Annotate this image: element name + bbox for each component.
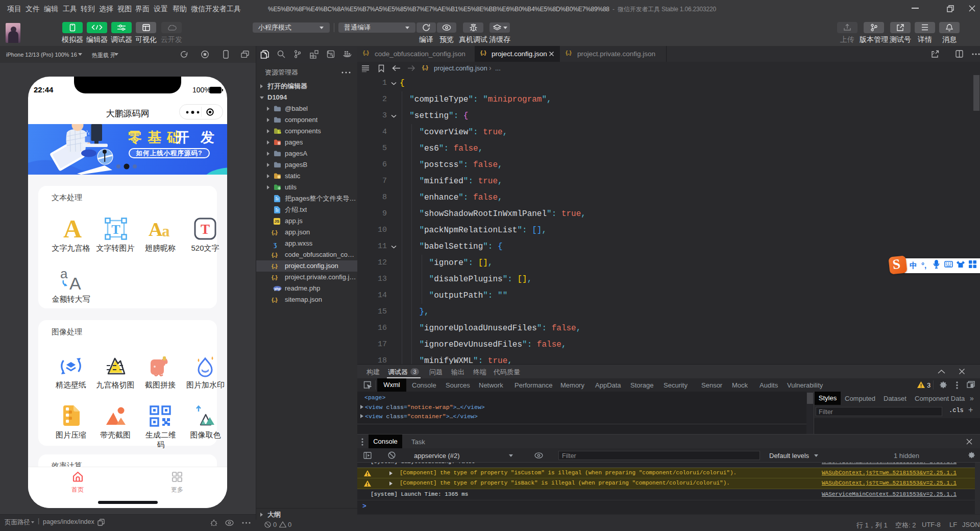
svg-text:php: php: [275, 287, 281, 291]
svg-text:T: T: [111, 222, 120, 237]
svg-text:a: a: [60, 267, 68, 281]
svg-text:A: A: [69, 274, 81, 292]
svg-text:T: T: [201, 222, 210, 237]
